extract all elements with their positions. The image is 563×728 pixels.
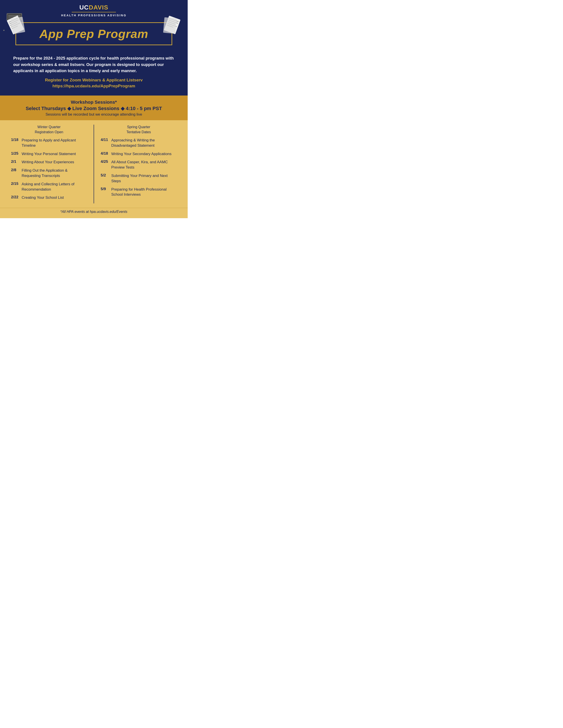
list-item: 4/25 All About Casper, Kira, and AAMC Pr… [101,159,177,170]
session-date: 2/15 [11,182,19,186]
session-title: Writing About Your Experiences [22,159,74,165]
svg-rect-26 [163,17,177,34]
spring-header: Spring Quarter Tentative Dates [101,125,177,135]
workshop-subtitle: Select Thursdays ◆ Live Zoom Sessions ◆ … [9,106,179,111]
session-date: 2/8 [11,168,19,172]
spring-header-line1: Spring Quarter [127,125,150,129]
description-section: Prepare for the 2024 - 2025 application … [0,50,188,96]
register-text: Register for Zoom Webinars & Applicant L… [13,77,174,93]
session-title: Filling Out the Application & Requesting… [22,168,87,178]
banner-box: App Prep Program [15,22,172,45]
spring-header-line2: Tentative Dates [126,130,151,134]
winter-header: Winter Quarter Registration Open [11,125,87,135]
logo-davis: DAVIS [89,4,108,11]
session-date: 1/18 [11,138,19,142]
register-line1: Register for Zoom Webinars & Applicant L… [45,78,143,82]
list-item: 2/22 Creating Your School List [11,195,87,200]
session-date: 4/25 [101,159,109,164]
session-title: Preparing to Apply and Applicant Timelin… [22,138,87,148]
session-date: 2/1 [11,159,19,164]
list-item: 1/18 Preparing to Apply and Applicant Ti… [11,138,87,148]
banner-title: App Prep Program [23,27,165,41]
session-title: Writing Your Secondary Applications [111,151,171,157]
list-item: 2/15 Asking and Collecting Letters of Re… [11,182,87,192]
session-title: Writing Your Personal Statement [22,151,76,157]
list-item: 4/11 Approaching & Writing the Disadvant… [101,138,177,148]
schedule-grid: Winter Quarter Registration Open 1/18 Pr… [9,125,179,203]
session-date: 1/25 [11,151,19,156]
session-title: Approaching & Writing the Disadvantaged … [111,138,177,148]
list-item: 5/9 Preparing for Health Professional Sc… [101,187,177,197]
workshop-note: Sessions will be recorded but we encoura… [9,112,179,117]
workshop-bar: Workshop Sessions* Select Thursdays ◆ Li… [0,96,188,120]
session-date: 4/18 [101,151,109,156]
logo-divider [72,12,116,12]
session-date: 4/11 [101,138,109,142]
winter-header-line2: Registration Open [35,130,63,134]
header-section: UC DAVIS HEALTH PROFESSIONS ADVISING [0,0,188,50]
winter-header-line1: Winter Quarter [38,125,61,129]
description-text: Prepare for the 2024 - 2025 application … [13,55,174,74]
list-item: 1/25 Writing Your Personal Statement [11,151,87,157]
session-title: Asking and Collecting Letters of Recomme… [22,182,87,192]
uc-davis-logo: UC DAVIS [4,4,183,11]
session-date: 5/9 [101,187,109,191]
session-date: 5/2 [101,173,109,178]
corner-paper-right-icon [160,15,181,36]
list-item: 2/8 Filling Out the Application & Reques… [11,168,87,178]
list-item: 5/2 Submitting Your Primary and Next Ste… [101,173,177,184]
session-date: 2/22 [11,195,19,199]
session-title: Submitting Your Primary and Next Steps [111,173,177,184]
logo-uc: UC [79,4,89,11]
session-title: Creating Your School List [22,195,64,200]
list-item: 2/1 Writing About Your Experiences [11,159,87,165]
logo-subtitle: HEALTH PROFESSIONS ADVISING [4,14,183,17]
spring-column: Spring Quarter Tentative Dates 4/11 Appr… [94,125,179,203]
corner-paper-left-icon [6,15,27,36]
banner-section: App Prep Program [4,20,183,50]
winter-column: Winter Quarter Registration Open 1/18 Pr… [9,125,94,203]
list-item: 4/18 Writing Your Secondary Applications [101,151,177,157]
register-link[interactable]: https://hpa.ucdavis.edu/AppPrepProgram [53,84,135,88]
footer-note: *All HPA events at hpa.ucdavis.edu/Event… [0,208,188,218]
workshop-title: Workshop Sessions* [9,99,179,105]
session-title: Preparing for Health Professional School… [111,187,177,197]
schedule-section: Winter Quarter Registration Open 1/18 Pr… [0,120,188,208]
session-title: All About Casper, Kira, and AAMC Preview… [111,159,177,170]
